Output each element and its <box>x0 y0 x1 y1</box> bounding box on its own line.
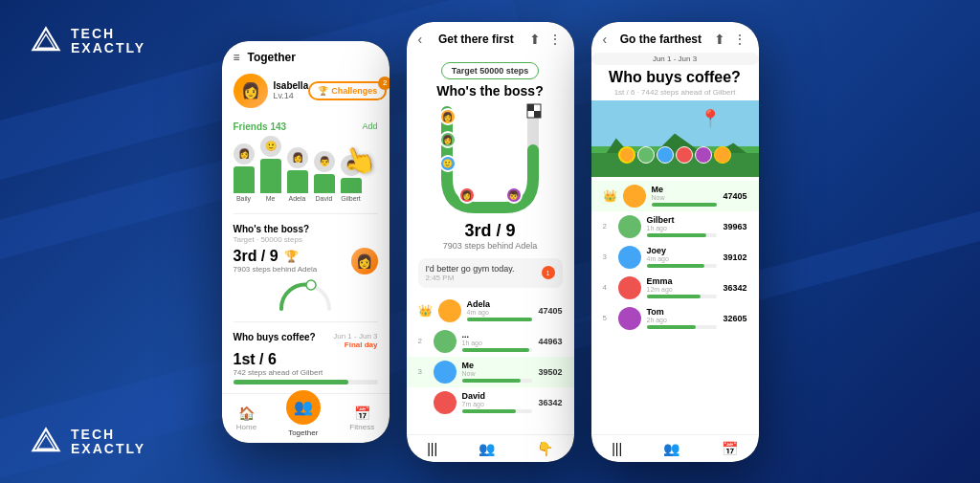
phone-3: ‹ Go the farthest ⬆ ⋮ Jun 1 - Jun 3 Who … <box>591 22 759 462</box>
p2-lb-avatar-4 <box>434 391 457 414</box>
trophy-icon: 🏆 <box>318 86 328 96</box>
boss-progress-arc <box>234 278 378 312</box>
p3-lb-row-1: 👑 Me Now 47405 <box>591 181 759 211</box>
friend-avatar-3: 👩 <box>287 147 308 168</box>
back-icon[interactable]: ‹ <box>418 32 423 47</box>
boss-challenge-card[interactable]: Who's the boss? Target · 50000 steps 3rd… <box>222 218 390 318</box>
p3-lb-row-5: 5 Tom 2h ago 32605 <box>591 303 759 334</box>
p2-lb-steps-1: 47405 <box>538 306 562 316</box>
p1-user-info-row: 👩 Isabella Lv.14 <box>234 74 309 108</box>
p3-lb-steps-3: 39102 <box>723 252 746 262</box>
nav-home[interactable]: 🏠 Home <box>236 406 256 431</box>
p2-lb-row-3: 3 Me Now 39502 <box>407 357 574 387</box>
p3-lb-row-3: 3 Joey 4m ago 39102 <box>591 242 759 273</box>
p3-title: Go the farthest <box>620 33 702 46</box>
p3-lb-info-3: Joey 4m ago <box>647 246 718 268</box>
friend-name-4: David <box>316 195 333 202</box>
share-icon[interactable]: ⬆ <box>529 32 541 47</box>
p2-lb-bar-container-1 <box>467 318 533 321</box>
p2-chat-preview[interactable]: I'd better go gym today. 2:45 PM 1 <box>418 258 563 288</box>
p3-header-icons: ⬆ ⋮ <box>714 32 746 47</box>
boss-challenge-title: Who's the boss? <box>234 224 378 234</box>
p2-lb-bar-1 <box>467 318 533 321</box>
p3-lb-row-4: 4 Emma 12m ago 36342 <box>591 273 759 303</box>
p2-lb-rank-3: 3 <box>418 367 428 376</box>
p2-lb-name-2: ... <box>462 330 533 340</box>
p3-scene: 📍 <box>591 100 759 177</box>
p1-username: Isabella <box>274 80 309 91</box>
p1-bottom-nav: 🏠 Home 👥 Together 📅 Fitness <box>222 393 390 443</box>
p2-rank: 3rd / 9 <box>418 221 563 241</box>
p2-chat-content: I'd better go gym today. 2:45 PM <box>426 264 515 282</box>
p3-lb-avatar-3 <box>618 246 641 269</box>
friend-bar-2 <box>260 159 281 193</box>
add-friend-label[interactable]: Add <box>362 121 377 131</box>
p3-lb-name-1: Me <box>652 185 718 194</box>
p1-header: ≡ Together <box>222 41 390 70</box>
p3-lb-bar-2 <box>647 233 706 237</box>
p3-lb-steps-1: 47405 <box>723 191 746 201</box>
boss-challenge-target: Target · 50000 steps <box>234 235 378 244</box>
p3-lb-bar-container-4 <box>647 295 718 298</box>
p3-nav-icon-3: 📅 <box>722 441 738 456</box>
p3-lb-steps-4: 36342 <box>723 283 746 293</box>
p1-user-level: Lv.14 <box>274 91 309 100</box>
p2-lb-name-4: David <box>462 391 533 401</box>
p3-lb-steps-5: 32605 <box>723 314 746 323</box>
coffee-rank-row: 1st / 6 742 steps ahead of Gilbert <box>234 351 378 377</box>
p2-lb-name-3: Me <box>462 361 533 370</box>
p3-date-area: Jun 1 - Jun 3 <box>591 53 759 65</box>
p2-leaderboard: 👑 Adela 4m ago 47405 2 <box>407 292 574 434</box>
phone-2-screen: ‹ Get there first ⬆ ⋮ Target 50000 steps… <box>407 22 574 462</box>
svg-rect-6 <box>527 104 534 111</box>
p1-friends-title: Friends 143 Add <box>234 121 378 132</box>
friend-avatar-1: 👩 <box>234 143 255 165</box>
scene-avatar-2 <box>637 146 655 164</box>
track-avatar-5: 👦 <box>505 187 523 204</box>
friend-name-5: Gilbert <box>341 195 361 202</box>
p3-lb-bar-1 <box>652 203 718 207</box>
p3-share-icon[interactable]: ⬆ <box>714 32 725 47</box>
coffee-challenge-title: Who buys coffee? <box>234 332 316 342</box>
scene-avatar-3 <box>657 146 674 164</box>
phones-container: ≡ Together 👩 Isabella Lv.14 🏆 Challenge <box>0 0 980 483</box>
hamburger-icon[interactable]: ≡ <box>234 51 240 64</box>
p3-lb-name-3: Joey <box>647 246 718 255</box>
p2-lb-row-4: David 7m ago 36342 <box>407 387 574 418</box>
final-day-label: Final day <box>345 340 378 349</box>
p3-lb-rank-2: 2 <box>603 222 612 231</box>
together-nav-button[interactable]: 👥 <box>286 390 321 425</box>
coffee-card-date-area: Jun 1 - Jun 3 Final day <box>333 332 377 349</box>
phone-2: ‹ Get there first ⬆ ⋮ Target 50000 steps… <box>407 22 574 462</box>
p3-more-icon[interactable]: ⋮ <box>733 32 746 47</box>
p2-lb-time-2: 1h ago <box>462 340 533 346</box>
p3-lb-info-4: Emma 12m ago <box>647 276 718 298</box>
challenges-label: Challenges <box>331 86 377 96</box>
p2-hand-icon: 👇 <box>537 441 553 456</box>
p2-lb-time-4: 7m ago <box>462 401 533 407</box>
challenges-button[interactable]: 🏆 Challenges <box>308 81 387 100</box>
p2-lb-row-1: 👑 Adela 4m ago 47405 <box>407 296 574 326</box>
friend-col-3: 👩 Adela <box>287 147 308 202</box>
friend-avatar-4: 👨 <box>314 151 335 172</box>
p2-boss-title: Who's the boss? <box>418 83 563 99</box>
nav-together[interactable]: 👥 Together <box>286 400 321 437</box>
location-pin: 📍 <box>700 108 721 129</box>
p2-nav-icon-2: 👥 <box>479 441 495 456</box>
p3-nav-icon-1: ||| <box>612 441 622 456</box>
more-icon[interactable]: ⋮ <box>548 32 562 47</box>
p2-lb-info-4: David 7m ago <box>462 391 533 413</box>
coffee-challenge-card[interactable]: Who buys coffee? Jun 1 - Jun 3 Final day… <box>222 326 390 390</box>
svg-rect-7 <box>534 111 541 118</box>
p2-lb-bar-container-2 <box>462 348 533 352</box>
p2-lb-bar-3 <box>462 379 521 383</box>
divider-2 <box>234 321 378 322</box>
p3-back-icon[interactable]: ‹ <box>603 32 608 47</box>
nav-fitness[interactable]: 📅 Fitness <box>349 406 374 431</box>
coffee-rank-sub: 742 steps ahead of Gilbert <box>234 368 323 377</box>
p1-challenges-area: 🏆 Challenges 2 <box>308 81 387 100</box>
p3-crown-icon-1: 👑 <box>603 189 617 203</box>
p3-lb-name-4: Emma <box>647 276 718 286</box>
p1-user-avatar: 👩 <box>234 74 268 108</box>
p1-title: Together <box>248 51 296 64</box>
